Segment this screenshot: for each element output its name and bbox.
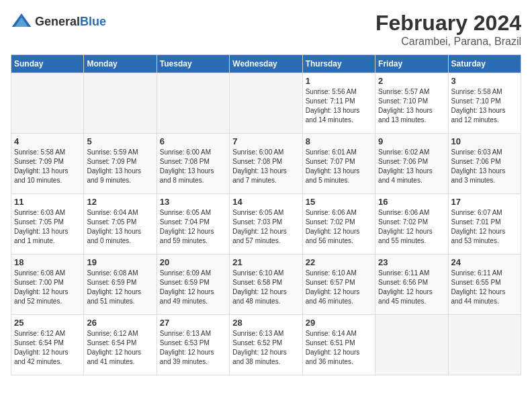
calendar-week-row: 25Sunrise: 6:12 AM Sunset: 6:54 PM Dayli… xyxy=(11,315,521,375)
day-info: Sunrise: 6:08 AM Sunset: 6:59 PM Dayligh… xyxy=(87,269,153,306)
day-number: 3 xyxy=(451,76,518,86)
calendar-cell: 1Sunrise: 5:56 AM Sunset: 7:11 PM Daylig… xyxy=(302,73,375,134)
day-info: Sunrise: 6:10 AM Sunset: 6:57 PM Dayligh… xyxy=(306,269,372,306)
calendar-cell: 13Sunrise: 6:05 AM Sunset: 7:04 PM Dayli… xyxy=(157,194,229,255)
day-info: Sunrise: 6:11 AM Sunset: 6:56 PM Dayligh… xyxy=(378,269,445,306)
day-info: Sunrise: 6:07 AM Sunset: 7:01 PM Dayligh… xyxy=(451,208,518,246)
calendar-cell: 16Sunrise: 6:06 AM Sunset: 7:02 PM Dayli… xyxy=(375,194,448,255)
day-info: Sunrise: 5:57 AM Sunset: 7:10 PM Dayligh… xyxy=(378,87,445,125)
day-number: 28 xyxy=(232,318,299,328)
day-number: 5 xyxy=(87,136,153,146)
day-number: 25 xyxy=(14,318,81,328)
calendar-cell: 20Sunrise: 6:09 AM Sunset: 6:59 PM Dayli… xyxy=(157,255,229,315)
calendar-cell xyxy=(230,73,302,134)
weekday-header: Thursday xyxy=(302,55,375,73)
calendar-cell: 15Sunrise: 6:06 AM Sunset: 7:02 PM Dayli… xyxy=(302,194,375,255)
weekday-header: Friday xyxy=(375,55,448,73)
calendar-cell: 5Sunrise: 5:59 AM Sunset: 7:09 PM Daylig… xyxy=(84,134,157,194)
day-info: Sunrise: 6:00 AM Sunset: 7:08 PM Dayligh… xyxy=(160,148,226,185)
weekday-header: Wednesday xyxy=(230,55,302,73)
day-number: 13 xyxy=(160,197,226,207)
calendar-cell xyxy=(157,73,229,134)
calendar-cell: 11Sunrise: 6:03 AM Sunset: 7:05 PM Dayli… xyxy=(11,194,84,255)
day-info: Sunrise: 6:06 AM Sunset: 7:02 PM Dayligh… xyxy=(306,208,372,246)
calendar-cell: 18Sunrise: 6:08 AM Sunset: 7:00 PM Dayli… xyxy=(11,255,84,315)
weekday-header: Monday xyxy=(84,55,157,73)
day-number: 22 xyxy=(306,257,372,267)
title-block: February 2024 Carambei, Parana, Brazil xyxy=(375,11,521,48)
day-number: 4 xyxy=(14,136,81,146)
day-info: Sunrise: 6:13 AM Sunset: 6:53 PM Dayligh… xyxy=(160,329,226,367)
day-info: Sunrise: 6:11 AM Sunset: 6:55 PM Dayligh… xyxy=(451,269,518,306)
calendar-cell: 2Sunrise: 5:57 AM Sunset: 7:10 PM Daylig… xyxy=(375,73,448,134)
calendar-cell: 24Sunrise: 6:11 AM Sunset: 6:55 PM Dayli… xyxy=(448,255,521,315)
day-info: Sunrise: 6:04 AM Sunset: 7:05 PM Dayligh… xyxy=(87,208,153,246)
calendar-cell: 7Sunrise: 6:00 AM Sunset: 7:08 PM Daylig… xyxy=(230,134,302,194)
day-number: 17 xyxy=(451,197,518,207)
day-info: Sunrise: 5:56 AM Sunset: 7:11 PM Dayligh… xyxy=(306,87,372,125)
day-number: 7 xyxy=(232,136,299,146)
day-info: Sunrise: 6:05 AM Sunset: 7:04 PM Dayligh… xyxy=(160,208,226,246)
subtitle: Carambei, Parana, Brazil xyxy=(375,36,521,48)
logo: GeneralBlue xyxy=(11,11,106,32)
day-info: Sunrise: 6:05 AM Sunset: 7:03 PM Dayligh… xyxy=(232,208,299,246)
day-info: Sunrise: 5:58 AM Sunset: 7:10 PM Dayligh… xyxy=(451,87,518,125)
calendar-week-row: 11Sunrise: 6:03 AM Sunset: 7:05 PM Dayli… xyxy=(11,194,521,255)
calendar-body: 1Sunrise: 5:56 AM Sunset: 7:11 PM Daylig… xyxy=(11,73,521,375)
calendar-cell xyxy=(11,73,84,134)
day-number: 29 xyxy=(306,318,372,328)
calendar-cell xyxy=(448,315,521,375)
page-header: GeneralBlue February 2024 Carambei, Para… xyxy=(11,11,521,48)
day-info: Sunrise: 6:00 AM Sunset: 7:08 PM Dayligh… xyxy=(232,148,299,185)
day-number: 12 xyxy=(87,197,153,207)
calendar-cell: 4Sunrise: 5:58 AM Sunset: 7:09 PM Daylig… xyxy=(11,134,84,194)
calendar-cell: 25Sunrise: 6:12 AM Sunset: 6:54 PM Dayli… xyxy=(11,315,84,375)
calendar-cell: 27Sunrise: 6:13 AM Sunset: 6:53 PM Dayli… xyxy=(157,315,229,375)
calendar-cell: 26Sunrise: 6:12 AM Sunset: 6:54 PM Dayli… xyxy=(84,315,157,375)
day-info: Sunrise: 6:09 AM Sunset: 6:59 PM Dayligh… xyxy=(160,269,226,306)
calendar-cell: 9Sunrise: 6:02 AM Sunset: 7:06 PM Daylig… xyxy=(375,134,448,194)
calendar-cell: 3Sunrise: 5:58 AM Sunset: 7:10 PM Daylig… xyxy=(448,73,521,134)
day-number: 9 xyxy=(378,136,445,146)
calendar-header: SundayMondayTuesdayWednesdayThursdayFrid… xyxy=(11,55,521,73)
day-number: 18 xyxy=(14,257,81,267)
logo-blue: Blue xyxy=(80,15,106,28)
calendar-cell: 22Sunrise: 6:10 AM Sunset: 6:57 PM Dayli… xyxy=(302,255,375,315)
day-info: Sunrise: 6:13 AM Sunset: 6:52 PM Dayligh… xyxy=(232,329,299,367)
calendar-week-row: 4Sunrise: 5:58 AM Sunset: 7:09 PM Daylig… xyxy=(11,134,521,194)
day-info: Sunrise: 6:01 AM Sunset: 7:07 PM Dayligh… xyxy=(306,148,372,185)
day-info: Sunrise: 5:59 AM Sunset: 7:09 PM Dayligh… xyxy=(87,148,153,185)
day-info: Sunrise: 6:10 AM Sunset: 6:58 PM Dayligh… xyxy=(232,269,299,306)
day-number: 1 xyxy=(306,76,372,86)
day-number: 23 xyxy=(378,257,445,267)
main-title: February 2024 xyxy=(375,11,521,36)
day-number: 15 xyxy=(306,197,372,207)
day-info: Sunrise: 6:03 AM Sunset: 7:06 PM Dayligh… xyxy=(451,148,518,185)
day-number: 6 xyxy=(160,136,226,146)
day-info: Sunrise: 6:12 AM Sunset: 6:54 PM Dayligh… xyxy=(87,329,153,367)
calendar-cell: 14Sunrise: 6:05 AM Sunset: 7:03 PM Dayli… xyxy=(230,194,302,255)
logo-icon xyxy=(11,11,32,32)
day-number: 8 xyxy=(306,136,372,146)
weekday-header: Saturday xyxy=(448,55,521,73)
weekday-header: Sunday xyxy=(11,55,84,73)
logo-general: General xyxy=(35,15,80,28)
calendar-cell: 23Sunrise: 6:11 AM Sunset: 6:56 PM Dayli… xyxy=(375,255,448,315)
weekday-row: SundayMondayTuesdayWednesdayThursdayFrid… xyxy=(11,55,521,73)
day-number: 21 xyxy=(232,257,299,267)
day-info: Sunrise: 6:12 AM Sunset: 6:54 PM Dayligh… xyxy=(14,329,81,367)
day-number: 14 xyxy=(232,197,299,207)
day-number: 2 xyxy=(378,76,445,86)
day-info: Sunrise: 5:58 AM Sunset: 7:09 PM Dayligh… xyxy=(14,148,81,185)
calendar-cell: 28Sunrise: 6:13 AM Sunset: 6:52 PM Dayli… xyxy=(230,315,302,375)
day-info: Sunrise: 6:06 AM Sunset: 7:02 PM Dayligh… xyxy=(378,208,445,246)
day-number: 24 xyxy=(451,257,518,267)
calendar-cell xyxy=(84,73,157,134)
calendar-cell: 17Sunrise: 6:07 AM Sunset: 7:01 PM Dayli… xyxy=(448,194,521,255)
day-number: 10 xyxy=(451,136,518,146)
day-info: Sunrise: 6:14 AM Sunset: 6:51 PM Dayligh… xyxy=(306,329,372,367)
day-number: 19 xyxy=(87,257,153,267)
weekday-header: Tuesday xyxy=(157,55,229,73)
day-number: 26 xyxy=(87,318,153,328)
day-info: Sunrise: 6:02 AM Sunset: 7:06 PM Dayligh… xyxy=(378,148,445,185)
